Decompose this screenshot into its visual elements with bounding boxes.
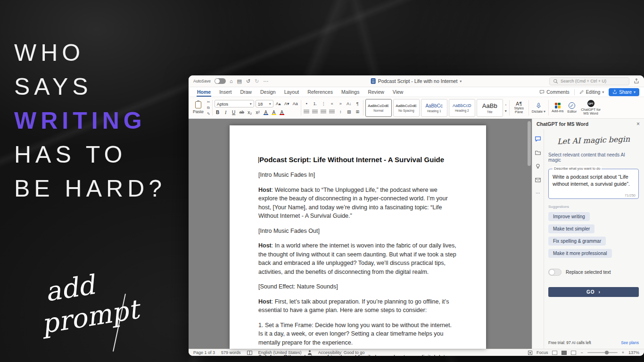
undo-icon[interactable]: ↺ [246,78,250,84]
share-button[interactable]: Share ▾ [609,88,639,96]
envelope-icon[interactable] [535,177,541,183]
multilevel-list-icon[interactable]: ⋮ [320,100,327,107]
zoom-out-icon[interactable]: − [580,350,583,355]
suggestion-make-text-simpler[interactable]: Make text simpler [548,224,594,233]
scrollbar-thumb[interactable] [528,121,531,166]
styles-pane-button[interactable]: A¶ Styles Pane [512,99,527,117]
gallery-expand-icon[interactable]: ▾ [505,109,507,113]
style-no-spacing[interactable]: AaBbCcDdE No Spacing [393,99,420,117]
document-page[interactable]: Podcast Script: Life Without Internet - … [230,125,486,349]
more-tools-icon[interactable]: ⋯ [536,190,540,196]
style-heading-1[interactable]: AaBbCc Heading 1 [421,99,447,117]
paragraph[interactable]: [Intro Music Fades Out] [258,227,457,236]
document-heading[interactable]: Podcast Script: Life Without Internet - … [258,156,457,164]
sort-icon[interactable]: A↓ [346,100,353,107]
suggestion-improve-writing[interactable]: Improve writing [548,212,590,221]
gallery-scroll-right-icon[interactable]: › [505,103,506,107]
paragraph[interactable]: 2. Inform Others: Let your friends and f… [258,353,457,356]
zoom-slider[interactable] [587,352,618,353]
paragraph[interactable]: Host: Welcome back to “The Unplugged Lif… [258,186,457,221]
highlight-button[interactable]: A [271,109,277,115]
shading-icon[interactable]: ▨ [346,108,353,115]
document-title[interactable]: Podcast Script - Life with no Internet [378,78,458,84]
numbering-icon[interactable]: 1. [312,100,319,107]
replace-text-toggle[interactable] [548,269,561,276]
dictate-button[interactable]: Dictate ▾ [531,99,546,117]
tab-mailings[interactable]: Mailings [338,88,363,96]
font-color-button[interactable]: A [279,109,285,115]
tab-home[interactable]: Home [193,88,215,96]
redo-icon[interactable]: ↻ [255,78,259,84]
editing-mode-dropdown[interactable]: Editing ▾ [579,90,604,95]
bold-button[interactable]: B [215,109,221,115]
proofing-icon[interactable] [247,351,252,355]
pilcrow-icon[interactable]: ¶ [354,100,361,107]
grow-font-icon[interactable]: A▴ [275,100,282,107]
editor-button[interactable]: Editor [567,99,578,117]
close-icon[interactable]: × [636,121,640,127]
copy-icon[interactable]: ⧉ [207,106,210,110]
home-icon[interactable]: ⌂ [230,78,233,84]
shrink-font-icon[interactable]: A▾ [283,100,290,107]
line-spacing-icon[interactable]: ↕ [337,108,344,115]
autosave-toggle[interactable] [215,78,226,84]
text-effects-button[interactable]: A [263,109,269,115]
style-title[interactable]: AaBb Title [477,99,503,117]
chatgpt-addin-button[interactable]: GPT ChatGPT for MS Word [579,99,602,117]
borders-icon[interactable]: ⊞ [354,108,361,115]
tab-layout[interactable]: Layout [281,88,303,96]
prompt-input-value[interactable]: Write a podcast script about “Life witho… [553,173,635,188]
page-indicator[interactable]: Page 1 of 3 [193,350,215,355]
see-plans-link[interactable]: See plans [621,340,639,345]
search-input[interactable]: Search (Cmd + Ctrl + U) [549,77,629,85]
web-layout-icon[interactable] [571,351,576,355]
tab-insert[interactable]: Insert [215,88,235,96]
font-name-select[interactable]: Aptos ▾ [215,100,254,107]
print-layout-icon[interactable] [561,351,567,355]
subscript-button[interactable]: x₂ [247,109,253,115]
word-count[interactable]: 579 words [221,350,241,355]
share-icon[interactable] [634,78,639,84]
document-canvas[interactable]: Podcast Script: Life Without Internet - … [189,119,532,349]
font-size-select[interactable]: 18 ▾ [256,100,273,107]
save-icon[interactable]: ▤ [237,78,242,84]
paste-button[interactable]: Paste [191,99,205,117]
titlebar[interactable]: AutoSave ⌂ ▤ ↺ ↻ ⋯ Podcast Script - Life… [189,75,644,87]
add-ins-button[interactable]: Add-ins [551,99,564,117]
comments-button[interactable]: Comments [539,90,569,95]
paragraph[interactable]: [Intro Music Fades In] [258,171,457,180]
align-right-icon[interactable] [320,108,327,115]
suggestion-fix-spelling[interactable]: Fix spelling & grammar [548,237,606,246]
zoom-in-icon[interactable]: + [622,350,624,355]
paragraph[interactable]: Host: First, let’s talk about preparatio… [258,297,457,315]
outdent-icon[interactable]: « [329,100,336,107]
bullets-icon[interactable]: • [303,100,310,107]
lightbulb-icon[interactable] [535,163,541,170]
style-normal[interactable]: AaBbCcDdE Normal [365,99,392,117]
change-case-icon[interactable]: Aa [292,100,299,107]
folder-icon[interactable] [535,149,541,156]
underline-button[interactable]: U [231,109,237,115]
align-center-icon[interactable] [312,108,319,115]
zoom-slider-knob[interactable] [605,351,609,354]
tab-view[interactable]: View [389,88,407,96]
align-left-icon[interactable] [303,108,310,115]
focus-button[interactable]: Focus [537,350,548,355]
read-mode-icon[interactable] [552,351,557,355]
paragraph[interactable]: [Sound Effect: Nature Sounds] [258,282,457,291]
document-title-menu[interactable]: Podcast Script - Life with no Internet ▾ [371,78,462,84]
paragraph[interactable]: 1. Set a Time Frame: Decide how long you… [258,321,457,347]
vertical-scrollbar[interactable] [528,121,531,346]
tab-draw[interactable]: Draw [236,88,256,96]
italic-button[interactable]: I [223,109,229,115]
style-heading-2[interactable]: AaBbCcD Heading 2 [449,99,475,117]
strikethrough-button[interactable]: ab [239,109,245,115]
suggestion-more-professional[interactable]: Make it more professional [548,249,612,258]
tab-review[interactable]: Review [364,88,388,96]
compose-icon[interactable] [535,136,541,142]
superscript-button[interactable]: x² [255,109,261,115]
cut-icon[interactable]: ✂ [207,100,210,104]
zoom-level[interactable]: 137% [628,350,639,355]
justify-icon[interactable] [329,108,336,115]
tab-references[interactable]: References [304,88,337,96]
